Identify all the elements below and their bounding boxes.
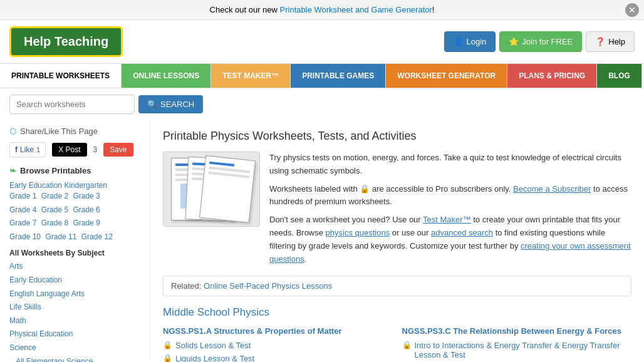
page-title: Printable Physics Worksheets, Tests, and… — [163, 130, 631, 143]
related-link[interactable]: Online Self-Paced Physics Lessons — [204, 281, 332, 291]
grade-6-link[interactable]: Grade 6 — [73, 205, 100, 214]
intro-text: Try physics tests on motion, energy, and… — [269, 152, 631, 266]
join-free-button[interactable]: ⭐ Join for FREE — [499, 31, 582, 52]
header: Help Teaching 👤 Login ⭐ Join for FREE ❓ … — [0, 20, 644, 63]
login-button[interactable]: 👤 Login — [444, 31, 496, 52]
nav-worksheet-generator[interactable]: WORKSHEET GENERATOR — [386, 64, 507, 88]
subject-science[interactable]: Science — [9, 341, 140, 355]
subject-early-education[interactable]: Early Education — [9, 274, 140, 287]
become-subscriber-link[interactable]: Become a Subscriber — [513, 184, 591, 194]
grades-list: Grade 1 Grade 2 Grade 3 Grade 4 Grade 5 … — [9, 190, 140, 244]
intro-para2: Worksheets labeled with 🔒 are accessible… — [269, 183, 631, 209]
lock-icon: 🔒 — [360, 184, 370, 194]
group-1-title: NGSS.PS1.A Structures & Properties of Ma… — [163, 326, 393, 336]
main-content: Printable Physics Worksheets, Tests, and… — [150, 120, 644, 362]
social-buttons: f Like 1 X Post 3 Save — [9, 142, 140, 157]
subject-physical-education[interactable]: Physical Education — [9, 328, 140, 341]
share-section: ⬡ Share/Like This Page f Like 1 X Post 3… — [9, 127, 140, 157]
top-banner: Check out our new Printable Worksheet an… — [0, 0, 644, 20]
nav-printable-games[interactable]: PRINTABLE GAMES — [291, 64, 386, 88]
banner-link[interactable]: Printable Worksheet and Game Generator — [280, 5, 432, 14]
featured-grade-link[interactable]: Early Education Kindergarten — [9, 181, 107, 190]
grade-3-link[interactable]: Grade 3 — [73, 192, 100, 200]
grade-7-link[interactable]: Grade 7 — [9, 219, 36, 227]
grade-8-link[interactable]: Grade 8 — [41, 219, 68, 227]
grade-9-link[interactable]: Grade 9 — [73, 219, 100, 227]
subjects-label: All Worksheets By Subject — [9, 249, 140, 257]
banner-suffix: ! — [432, 5, 435, 14]
search-button[interactable]: 🔍 SEARCH — [138, 95, 203, 113]
lock-icon: 🔒 — [163, 354, 172, 362]
browse-header: ❧ Browse Printables — [9, 166, 140, 175]
browse-section: ❧ Browse Printables Early Education Kind… — [9, 166, 140, 362]
physics-questions-link[interactable]: physics questions — [326, 228, 390, 237]
banner-text: Check out our new — [210, 5, 280, 14]
worksheet-item: 🔒 Intro to Interactions & Energy Transfe… — [402, 341, 632, 359]
group-2-title: NGSS.PS3.C The Relationship Between Ener… — [402, 326, 632, 336]
nav-plans-pricing[interactable]: PLANS & PRICING — [507, 64, 597, 88]
intro-para1: Try physics tests on motion, energy, and… — [269, 152, 631, 178]
save-button[interactable]: Save — [103, 143, 133, 157]
nav-blog[interactable]: BLOG — [597, 64, 642, 88]
grade-12-link[interactable]: Grade 12 — [81, 232, 113, 241]
related-box: Related: Online Self-Paced Physics Lesso… — [163, 276, 631, 296]
banner-close-button[interactable]: ✕ — [625, 3, 639, 17]
advanced-search-link[interactable]: advanced search — [431, 228, 493, 237]
grade-2-link[interactable]: Grade 2 — [41, 192, 68, 200]
x-post-button[interactable]: X Post — [52, 143, 86, 157]
worksheet-link[interactable]: Intro to Interactions & Energy Transfer … — [415, 341, 632, 359]
worksheet-group-1: NGSS.PS1.A Structures & Properties of Ma… — [163, 326, 393, 362]
subject-english[interactable]: English Language Arts — [9, 287, 140, 301]
worksheet-link[interactable]: Solids Lesson & Test — [175, 341, 251, 350]
intro-box: Try physics tests on motion, energy, and… — [163, 152, 631, 266]
lock-icon: 🔒 — [402, 341, 412, 349]
browse-icon: ❧ — [9, 166, 16, 175]
help-button[interactable]: ❓ Help — [586, 31, 635, 52]
grade-5-link[interactable]: Grade 5 — [41, 205, 68, 214]
logo[interactable]: Help Teaching — [9, 26, 123, 57]
grade-1-link[interactable]: Grade 1 — [9, 192, 36, 200]
intro-para3: Don't see a worksheet you need? Use our … — [269, 214, 631, 266]
test-maker-link[interactable]: Test Maker™ — [423, 215, 471, 224]
header-buttons: 👤 Login ⭐ Join for FREE ❓ Help — [444, 31, 635, 52]
fb-like-box[interactable]: f Like 1 — [9, 142, 46, 157]
lock-icon: 🔒 — [163, 341, 172, 349]
search-icon: 🔍 — [147, 100, 157, 109]
sidebar: ⬡ Share/Like This Page f Like 1 X Post 3… — [0, 120, 150, 362]
search-bar: 🔍 SEARCH — [0, 88, 644, 120]
subject-elementary-science[interactable]: All Elementary Science — [9, 355, 140, 362]
worksheet-item: 🔒 Liquids Lesson & Test — [163, 354, 393, 362]
grade-4-link[interactable]: Grade 4 — [9, 205, 36, 214]
worksheet-group-2: NGSS.PS3.C The Relationship Between Ener… — [402, 326, 632, 362]
grade-10-link[interactable]: Grade 10 — [9, 232, 41, 241]
section-title: Middle School Physics — [163, 306, 631, 319]
subject-math[interactable]: Math — [9, 314, 140, 328]
worksheets-grid: NGSS.PS1.A Structures & Properties of Ma… — [163, 326, 631, 362]
share-label: ⬡ Share/Like This Page — [9, 127, 140, 136]
nav-test-maker[interactable]: TEST MAKER™ — [211, 64, 291, 88]
x-post-count: 3 — [93, 145, 98, 154]
main-layout: ⬡ Share/Like This Page f Like 1 X Post 3… — [0, 120, 644, 362]
nav-printable-worksheets[interactable]: PRINTABLE WORKSHEETS — [0, 64, 122, 88]
worksheet-link[interactable]: Liquids Lesson & Test — [175, 354, 254, 362]
worksheet-item: 🔒 Solids Lesson & Test — [163, 341, 393, 350]
nav-online-lessons[interactable]: ONLINE LESSONS — [122, 64, 211, 88]
subject-arts[interactable]: Arts — [9, 260, 140, 274]
worksheet-preview-image — [163, 152, 260, 227]
grade-11-link[interactable]: Grade 11 — [45, 232, 76, 241]
navbar: PRINTABLE WORKSHEETS ONLINE LESSONS TEST… — [0, 63, 644, 88]
share-icon: ⬡ — [9, 127, 16, 136]
search-input[interactable] — [9, 95, 135, 114]
subject-life-skills[interactable]: Life Skills — [9, 301, 140, 314]
